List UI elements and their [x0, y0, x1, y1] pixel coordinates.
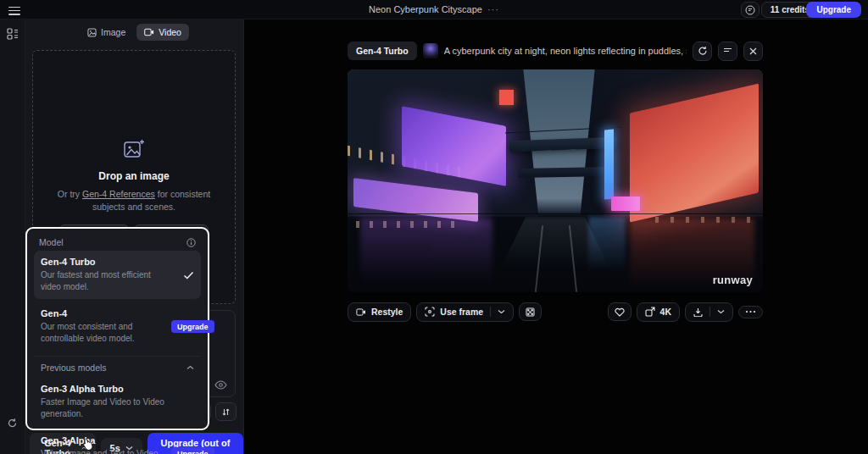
eye-icon[interactable]: [214, 380, 227, 390]
model-option-gen3-alpha[interactable]: Gen-3 Alpha Video, Image and Text to Vid…: [34, 429, 201, 454]
upgrade-button-top[interactable]: Upgrade: [806, 2, 861, 18]
chevron-down-icon[interactable]: [498, 309, 505, 314]
dashboard-grid-icon[interactable]: [7, 28, 19, 40]
model-popup-title: Model: [39, 237, 64, 247]
generation-prompt-bar: Gen-4 Turbo A cyberpunk city at night, n…: [348, 40, 763, 62]
model-option-description: Video, Image and Text to Video generatio…: [41, 448, 166, 454]
video-camera-icon: [356, 308, 366, 316]
model-option-gen3-alpha-turbo[interactable]: Gen-3 Alpha Turbo Faster Image and Video…: [34, 378, 201, 426]
model-option-gen4[interactable]: Gen-4 Our most consistent and controllab…: [34, 302, 201, 351]
model-option-description: Our fastest and most efficient video mod…: [41, 269, 166, 293]
heart-icon: [615, 307, 625, 317]
scene-skybridge-2: [518, 167, 609, 177]
tab-video[interactable]: Video: [136, 24, 189, 41]
scene-blue-neon: [604, 130, 614, 199]
speech-bubble-icon: [745, 5, 755, 15]
model-dropdown-popup: Model Gen-4 Turbo Our fastest and most e…: [25, 227, 209, 430]
scene-pink-sign: [611, 197, 640, 211]
download-button[interactable]: [685, 302, 733, 322]
more-options-button[interactable]: [738, 306, 763, 318]
reset-icon[interactable]: [7, 418, 18, 429]
runway-watermark: runway: [713, 274, 753, 286]
model-option-gen4-turbo[interactable]: Gen-4 Turbo Our fastest and most efficie…: [34, 251, 201, 299]
use-frame-label: Use frame: [440, 307, 483, 317]
tab-image-label: Image: [101, 27, 125, 37]
generated-video-preview[interactable]: runway: [348, 69, 763, 292]
gen4-references-link[interactable]: Gen-4 References: [82, 189, 155, 199]
scene-blue-reflection: [588, 217, 626, 284]
top-bar: Neon Cyberpunk Cityscape··· 11 credits U…: [0, 0, 868, 19]
prompt-text[interactable]: A cyberpunk city at night, neon lights r…: [444, 46, 687, 56]
model-option-name: Gen-3 Alpha: [41, 435, 166, 446]
upscale-icon: [645, 307, 655, 317]
up-down-arrows-icon: [222, 407, 230, 417]
model-option-name: Gen-4 Turbo: [41, 257, 166, 267]
regenerate-button[interactable]: [693, 42, 712, 61]
checkmark-icon: [183, 271, 194, 280]
title-more-icon[interactable]: ···: [487, 4, 499, 14]
download-icon: [693, 307, 703, 317]
texture-pattern-button[interactable]: [519, 302, 542, 321]
dropzone-hint: Or try Gen-4 References for consistent s…: [33, 188, 235, 213]
credits-label: 11 credits: [771, 5, 810, 14]
model-tag[interactable]: Gen-4 Turbo: [348, 42, 417, 60]
previous-models-label: Previous models: [41, 363, 107, 373]
upgrade-badge[interactable]: Upgrade: [171, 447, 214, 454]
upgrade-badge[interactable]: Upgrade: [171, 320, 214, 333]
restyle-button[interactable]: Restyle: [348, 302, 411, 322]
scene-purple-reflection: [360, 219, 493, 285]
image-icon: [87, 28, 97, 37]
use-frame-button[interactable]: Use frame: [416, 302, 514, 322]
favorite-button[interactable]: [608, 302, 632, 321]
prompt-details-button[interactable]: [718, 42, 737, 61]
document-title-text: Neon Cyberpunk Cityscape: [369, 4, 482, 14]
video-camera-icon: [144, 28, 154, 36]
close-icon: [749, 47, 757, 55]
refresh-icon: [698, 46, 708, 56]
model-option-description: Our most consistent and controllable vid…: [41, 321, 166, 345]
add-image-icon: [123, 139, 145, 159]
info-icon[interactable]: [186, 238, 196, 247]
mode-tabs: Image Video: [25, 24, 243, 41]
previous-models-section-toggle[interactable]: Previous models: [34, 356, 201, 374]
tab-image[interactable]: Image: [80, 24, 133, 41]
announcements-button[interactable]: [741, 2, 760, 18]
chevron-down-icon[interactable]: [717, 309, 725, 314]
frame-icon: [425, 307, 435, 317]
model-option-name: Gen-4: [41, 308, 166, 318]
upscale-4k-button[interactable]: 4K: [637, 302, 680, 322]
ellipsis-icon: [745, 310, 756, 313]
close-prompt-button[interactable]: [743, 42, 763, 61]
tab-video-label: Video: [159, 27, 181, 37]
restyle-label: Restyle: [371, 307, 403, 317]
dropzone-title: Drop an image: [33, 170, 235, 182]
left-rail: [0, 19, 25, 454]
upscale-label: 4K: [660, 307, 671, 317]
model-option-description: Faster Image and Video to Video generati…: [41, 396, 166, 420]
prompt-image-thumbnail[interactable]: [423, 43, 438, 58]
text-lines-icon: [723, 47, 732, 55]
settings-arrows-button[interactable]: [215, 402, 236, 421]
chevron-up-icon: [186, 365, 194, 370]
document-title: Neon Cyberpunk Cityscape···: [0, 4, 868, 14]
model-option-name: Gen-3 Alpha Turbo: [41, 384, 166, 394]
checkerboard-icon: [526, 307, 535, 317]
main-canvas: Gen-4 Turbo A cyberpunk city at night, n…: [244, 19, 868, 454]
